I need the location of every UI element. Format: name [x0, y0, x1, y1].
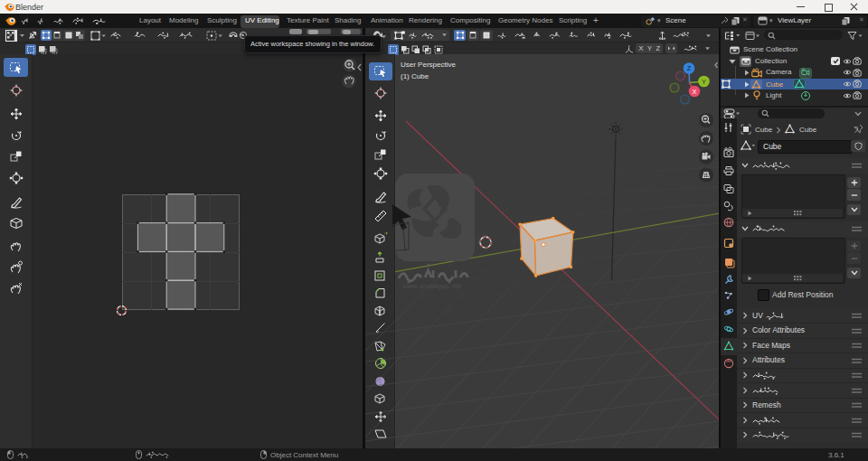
- svg-text:Z: Z: [687, 64, 692, 72]
- svg-text:Y: Y: [702, 78, 706, 86]
- svg-text:User Perspective: User Perspective: [401, 61, 456, 69]
- svg-text:X: X: [692, 88, 696, 96]
- svg-text:www. ArabiApps. net: www. ArabiApps. net: [402, 283, 461, 290]
- svg-text:(1) Cube: (1) Cube: [401, 72, 429, 80]
